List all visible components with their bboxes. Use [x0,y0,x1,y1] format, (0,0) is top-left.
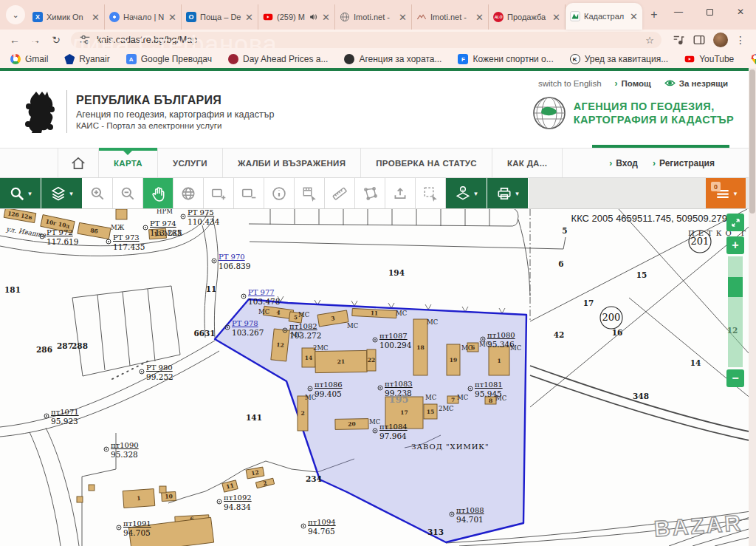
layers-info-icon [455,185,471,202]
map-building: 18 [413,319,427,375]
bookmark-item[interactable]: KУред за кавитация... [570,54,668,64]
toolbar-button-layers[interactable]: ▾ [41,178,83,208]
toolbar-buttons: ▾▾▾▾ [0,178,529,208]
auth-link[interactable]: ›Вход [609,158,638,168]
bookmarks-bar: GmailRyanairAGoogle ПреводачDay Ahead Pr… [0,50,756,68]
page-scrollbar[interactable] [749,68,756,546]
toolbar-button-orders-menu[interactable]: 0▾ [706,178,746,208]
tab-close-icon[interactable]: ✕ [475,12,484,23]
divider [66,90,67,133]
site-info-icon[interactable] [78,33,92,47]
nav-item-как-да-[interactable]: КАК ДА... [492,149,563,177]
omnibox[interactable]: kais.cadastre.bg/bg/Map ☆ [71,32,662,48]
close-button[interactable]: ✕ [725,0,756,24]
media-controls-icon[interactable] [672,33,685,47]
toolbar-button-zoom-in[interactable] [83,178,113,208]
toolbar-button-rect-zoom-out[interactable] [234,178,264,208]
nav-item-жалби-и-възражения[interactable]: ЖАЛБИ И ВЪЗРАЖЕНИЯ [223,149,361,177]
new-tab-button[interactable]: + [645,6,663,24]
map-viewport[interactable]: 453111214212218196122017157812б 12в10г 1… [0,209,756,546]
toolbar-button-measure-area[interactable] [355,178,385,208]
map-building: 12 [271,329,289,361]
side-panel-icon[interactable] [693,33,706,47]
toolbar-button-search[interactable]: ▾ [0,178,41,208]
bookmark-star-icon[interactable]: ☆ [645,35,654,46]
browser-menu-icon[interactable]: ⋮ [735,34,746,46]
svg-text:94.705: 94.705 [123,528,151,537]
bookmark-label: Day Ahead Prices a... [243,54,328,64]
toolbar-button-globe[interactable] [173,178,204,208]
page-scrollbar-thumb[interactable] [749,69,755,214]
browser-tab[interactable]: Imoti.net -✕ [412,4,489,30]
parcel-label: 195 [388,394,408,405]
rect-zoom-in-icon [210,185,227,202]
restore-button[interactable] [694,0,725,24]
toolbar-button-select-region[interactable] [416,178,446,208]
browser-tab[interactable]: Imoti.net -✕ [335,4,412,30]
browser-tab[interactable]: (259) М✕ [258,4,335,30]
main-nav: КАРТАУСЛУГИЖАЛБИ И ВЪЗРАЖЕНИЯПРОВЕРКА НА… [0,148,756,178]
toolbar-button-rect-zoom-in[interactable] [204,178,234,208]
zoom-slider-thumb[interactable] [728,277,743,297]
tab-close-icon[interactable]: ✕ [245,12,253,23]
zoom-in-button[interactable]: + [726,236,744,254]
bookmark-item[interactable]: YouTube [684,54,734,64]
bookmark-item[interactable]: AGoogle Преводач [126,54,212,64]
bookmark-item[interactable]: Gmail [10,54,48,64]
bookmark-item[interactable]: Day Ahead Prices a... [228,54,328,64]
browser-tab[interactable]: OПоща – De✕ [182,4,258,30]
tab-search-button[interactable]: ⌄ [6,5,25,24]
bookmark-item[interactable]: Агенция за хората... [344,54,441,64]
profile-avatar[interactable] [713,33,728,47]
toolbar-button-print[interactable]: ▾ [487,178,529,208]
parcel-label: 194 [388,268,405,277]
toolbar-button-upload[interactable] [385,178,416,208]
nav-home-button[interactable] [58,149,99,177]
toolbar-button-pan-hand[interactable] [143,178,173,208]
brand: РЕПУБЛИКА БЪЛГАРИЯ Агенция по геодезия, … [22,87,274,136]
building-type-label: МЖ [111,224,125,231]
tab-audio-icon[interactable] [309,13,318,21]
minimize-button[interactable]: — [663,0,694,24]
measure-scale-icon [301,185,317,202]
accessibility-link[interactable]: За незрящи [664,79,728,89]
nav-item-услуги[interactable]: УСЛУГИ [158,149,223,177]
browser-tab[interactable]: XХимик On✕ [28,4,105,30]
toolbar-button-measure-ruler[interactable] [325,178,355,208]
zoom-out-button[interactable]: − [726,369,744,387]
tab-close-icon[interactable]: ✕ [168,12,176,23]
toolbar-button-layers-info[interactable]: ▾ [446,178,487,208]
switch-language-link[interactable]: switch to English [538,79,602,88]
help-link[interactable]: ›Помощ [615,78,651,89]
toolbar-button-info[interactable] [264,178,295,208]
bookmark-item[interactable]: Maps [750,54,756,64]
reload-button[interactable]: ↻ [47,31,65,49]
tab-close-icon[interactable]: ✕ [322,12,330,23]
fullscreen-button[interactable] [726,214,744,231]
browser-tab[interactable]: ALOПродажба✕ [489,4,566,30]
eye-icon [664,79,676,89]
nav-item-проверка-на-статус[interactable]: ПРОВЕРКА НА СТАТУС [361,149,492,177]
back-button[interactable]: ← [6,31,24,49]
parcel-label: 17 [583,298,594,307]
factory-label: ЗАВОД "ХИМИК" [411,443,489,451]
upload-icon [392,185,408,202]
browser-tab[interactable]: Начало | N✕ [105,4,182,30]
zoom-slider[interactable] [728,256,743,367]
tab-close-icon[interactable]: ✕ [630,11,638,22]
toolbar-button-measure-scale[interactable] [295,178,325,208]
tab-close-icon[interactable]: ✕ [552,12,560,23]
toolbar-button-zoom-out[interactable] [113,178,143,208]
info-icon [271,185,287,202]
bookmark-item[interactable]: Ryanair [64,54,109,64]
parcel-label: 286 [36,345,52,354]
browser-tab[interactable]: Кадастрал✕ [566,3,642,30]
tab-close-icon[interactable]: ✕ [399,12,407,23]
bookmark-item[interactable]: FКожени спортни о... [458,54,553,64]
auth-link[interactable]: ›Регистрация [653,158,715,168]
svg-text:пт1088: пт1088 [456,506,484,514]
map-building [89,485,94,491]
tab-close-icon[interactable]: ✕ [92,12,100,23]
forward-button[interactable]: → [27,31,44,49]
nav-item-карта[interactable]: КАРТА [99,149,158,177]
